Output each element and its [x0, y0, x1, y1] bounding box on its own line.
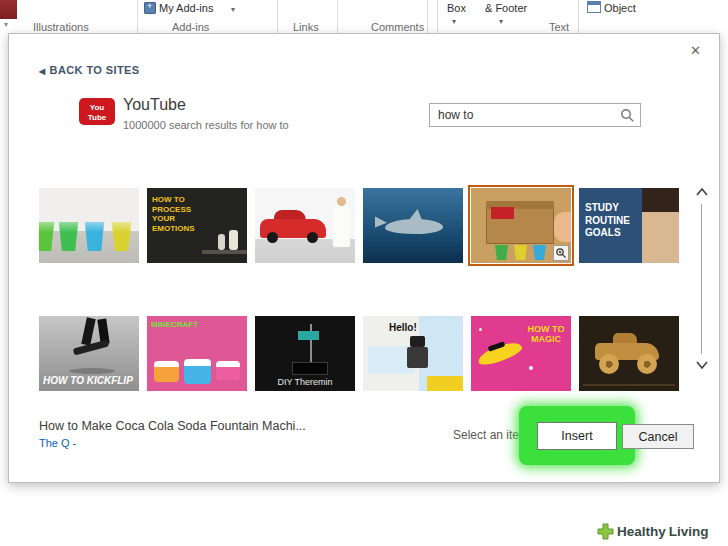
thumbnail-caption: DIY Theremin [255, 377, 355, 387]
art-shape [73, 339, 110, 355]
art-shape [495, 245, 508, 260]
art-shape [642, 188, 679, 212]
results-count-text: 1000000 search results for how to [123, 119, 289, 131]
plus-icon [597, 523, 614, 540]
video-thumbnail-soda-fountain-selected[interactable] [471, 188, 571, 263]
chevron-down-icon[interactable]: ▾ [231, 5, 235, 14]
thumbnail-caption: HOW TO PROCESS YOUR EMOTIONS [152, 195, 210, 233]
video-thumbnail-theremin[interactable]: DIY Theremin [255, 316, 355, 391]
preview-zoom-icon[interactable] [553, 245, 569, 261]
video-thumbnail-study-routine[interactable]: STUDY ROUTINE GOALS [579, 188, 679, 263]
video-thumbnail-colored-cups[interactable] [39, 188, 139, 263]
back-to-sites-link[interactable]: ◀BACK TO SITES [39, 64, 140, 76]
scroll-down-icon[interactable] [694, 358, 710, 372]
art-shape [479, 328, 482, 331]
art-shape [298, 331, 319, 340]
back-to-sites-label: BACK TO SITES [50, 64, 140, 76]
word-ribbon: ▾ Illustrations My Add-ins ▾ Add-ins Lin… [0, 0, 728, 33]
ribbon-divider [437, 0, 438, 33]
art-shape [599, 354, 619, 374]
back-arrow-icon: ◀ [39, 67, 46, 76]
close-icon[interactable]: ✕ [690, 43, 701, 58]
chevron-down-icon[interactable]: ▾ [4, 20, 8, 29]
chevron-down-icon[interactable]: ▾ [499, 17, 503, 26]
youtube-logo-line1: You [79, 103, 115, 113]
video-thumbnail-banana-magic[interactable]: HOW TO MAGIC [471, 316, 571, 391]
thumbnail-caption: HOW TO MAGIC [523, 324, 569, 345]
scrollbar-track[interactable] [701, 204, 702, 354]
art-shape [216, 361, 240, 380]
ribbon-group-text: Text [549, 21, 569, 33]
selected-video-channel-link[interactable]: The Q - [39, 437, 76, 449]
watermark-word1: Healthy [617, 524, 666, 539]
ribbon-divider [137, 0, 138, 33]
art-shape [218, 234, 225, 250]
video-thumbnail-shark[interactable] [363, 188, 463, 263]
object-icon [587, 1, 601, 13]
healthy-living-watermark: Healthy Living [597, 523, 709, 540]
cancel-button[interactable]: Cancel [622, 424, 694, 449]
art-shape [337, 197, 346, 206]
art-shape [69, 368, 115, 374]
art-shape [267, 232, 278, 243]
video-thumbnail-red-car[interactable] [255, 188, 355, 263]
provider-title: YouTube [123, 96, 186, 114]
search-icon[interactable] [620, 108, 635, 123]
ribbon-button-header-footer[interactable]: & Footer [485, 2, 527, 14]
select-item-hint: Select an item [453, 428, 529, 442]
search-box [429, 103, 641, 127]
art-shape [491, 207, 514, 219]
art-shape [58, 222, 79, 251]
ribbon-divider [427, 0, 428, 33]
ribbon-button-my-addins[interactable]: My Add-ins [159, 2, 213, 14]
art-shape [533, 245, 546, 260]
art-shape [202, 250, 247, 254]
youtube-logo: You Tube [79, 98, 115, 125]
ribbon-button-text-box[interactable]: Box [447, 2, 466, 14]
art-shape [154, 361, 179, 382]
art-shape [514, 245, 527, 260]
insert-button[interactable]: Insert [537, 422, 617, 450]
scroll-up-icon[interactable] [694, 185, 710, 199]
ribbon-group-links: Links [293, 21, 319, 33]
thumbnail-caption: HOW TO KICKFLIP [43, 375, 133, 386]
thumbnail-caption: STUDY ROUTINE GOALS [585, 202, 637, 240]
art-shape [385, 219, 443, 234]
art-shape [81, 317, 95, 345]
video-thumbnail-minecraft[interactable]: MINECRAFT [147, 316, 247, 391]
art-shape [111, 222, 132, 251]
art-shape [333, 205, 350, 247]
art-shape [554, 212, 571, 242]
art-shape [427, 376, 463, 391]
ribbon-corner-icon [0, 0, 17, 19]
thumbnail-caption: Hello! [389, 322, 417, 333]
ribbon-divider [277, 0, 278, 33]
chevron-down-icon[interactable]: ▾ [452, 17, 456, 26]
app-window: ▾ Illustrations My Add-ins ▾ Add-ins Lin… [0, 0, 728, 546]
ribbon-divider [578, 0, 579, 33]
art-shape [410, 336, 425, 347]
video-thumbnail-kickflip[interactable]: HOW TO KICKFLIP [39, 316, 139, 391]
art-shape [229, 230, 238, 250]
ribbon-group-illustrations: Illustrations [33, 21, 89, 33]
ribbon-group-comments: Comments [371, 21, 424, 33]
art-shape [39, 222, 55, 251]
search-input[interactable] [430, 104, 640, 126]
art-shape [637, 354, 657, 374]
art-shape [307, 232, 318, 243]
ribbon-divider [337, 0, 338, 33]
art-shape [583, 384, 675, 386]
art-shape [407, 347, 428, 368]
video-thumbnail-wooden-car[interactable] [579, 316, 679, 391]
insert-video-dialog: ✕ ◀BACK TO SITES You Tube YouTube 100000… [8, 33, 720, 483]
video-thumbnail-process-emotions[interactable]: HOW TO PROCESS YOUR EMOTIONS [147, 188, 247, 263]
art-shape [184, 359, 211, 384]
selected-video-title: How to Make Coca Cola Soda Fountain Mach… [39, 419, 439, 433]
watermark-word2: Living [669, 524, 709, 539]
art-shape [84, 222, 105, 251]
art-shape [292, 362, 328, 375]
ribbon-button-object[interactable]: Object [604, 2, 636, 14]
thumbnail-caption: MINECRAFT [151, 320, 198, 329]
video-thumbnail-roblox[interactable]: Hello! [363, 316, 463, 391]
art-shape [529, 366, 533, 370]
